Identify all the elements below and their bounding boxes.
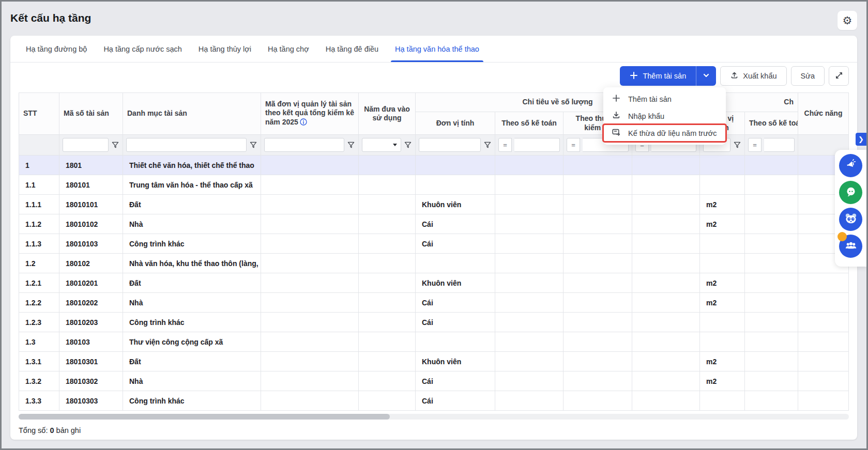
- col-header-tskt: Theo số kế toán: [495, 112, 564, 135]
- col-header-ma_dv: Mã đơn vị quản lý tài sản theo kết quả t…: [261, 93, 359, 135]
- tab-1[interactable]: Hạ tầng cấp nước sạch: [95, 36, 190, 62]
- horizontal-scrollbar: [19, 414, 849, 420]
- filter-funnel-icon[interactable]: [404, 141, 412, 149]
- chevron-down-icon: [703, 72, 710, 81]
- tab-4[interactable]: Hạ tầng đê điều: [317, 36, 387, 62]
- filter-cell-danh_muc: [123, 135, 261, 156]
- col-header-stt: STT: [19, 93, 59, 135]
- tab-5[interactable]: Hạ tầng văn hóa thể thao: [387, 36, 488, 62]
- table-row[interactable]: 11801Thiết chế văn hóa, thiết chế thể th…: [19, 156, 849, 175]
- gear-icon: ⚙: [843, 15, 852, 26]
- info-icon[interactable]: [300, 118, 307, 128]
- table-row[interactable]: 1.3.318010303Công trình khácCái: [19, 391, 849, 411]
- app-window: Kết cấu hạ tầng ⚙ Hạ tầng đường bộHạ tần…: [0, 0, 868, 450]
- menu-item-import[interactable]: Nhập khẩu: [603, 107, 726, 125]
- table-row[interactable]: 1.3.118010301ĐấtKhuôn viênm2: [19, 352, 849, 371]
- table-row[interactable]: 1.2180102Nhà văn hóa, khu thể thao thôn …: [19, 254, 849, 273]
- filter-input-tskt[interactable]: [514, 138, 560, 152]
- megaphone-button[interactable]: [839, 154, 862, 177]
- col-header-ma_so: Mã số tài sản: [59, 93, 123, 135]
- filter-funnel-icon[interactable]: [733, 141, 741, 149]
- upload-icon: [730, 71, 739, 81]
- filter-cell-dvt: [416, 135, 495, 156]
- filter-input-ma_dv[interactable]: [264, 138, 344, 152]
- filter-operator-tskt: =: [498, 138, 512, 152]
- notification-badge: [837, 232, 847, 241]
- filter-funnel-icon[interactable]: [483, 141, 492, 149]
- plus-icon: [612, 94, 621, 104]
- menu-item-add-asset[interactable]: Thêm tài sản: [603, 90, 726, 107]
- table-row[interactable]: 1.1.218010102NhàCáim2: [19, 214, 849, 234]
- caret-down-icon: [393, 144, 397, 146]
- tab-2[interactable]: Hạ tầng thủy lợi: [190, 36, 260, 62]
- chat-icon: [845, 185, 857, 199]
- toolbar: Thêm tài sản Xuất khẩu Sửa: [10, 63, 857, 92]
- expand-icon: [835, 71, 843, 81]
- filter-input-tskt2[interactable]: [764, 138, 795, 152]
- filter-funnel-icon[interactable]: [249, 141, 257, 149]
- table-row[interactable]: 1.3.218010302NhàCáim2: [19, 371, 849, 391]
- add-asset-dropdown-toggle[interactable]: [696, 66, 716, 86]
- assistant-panel: [835, 150, 866, 267]
- col-header-dvt: Đơn vị tính: [416, 112, 495, 135]
- filter-select-nam[interactable]: [362, 138, 401, 152]
- tab-3[interactable]: Hạ tầng chợ: [260, 36, 317, 62]
- page-title: Kết cấu hạ tầng: [10, 12, 91, 24]
- table-row[interactable]: 1.1.318010103Công trình khácCái: [19, 234, 849, 254]
- content-card: Hạ tầng đường bộHạ tầng cấp nước sạchHạ …: [10, 36, 857, 440]
- download-icon: [612, 111, 621, 121]
- edit-button[interactable]: Sửa: [791, 66, 825, 86]
- col-header-danh_muc: Danh mục tài sản: [123, 93, 261, 135]
- expand-button[interactable]: [829, 66, 849, 86]
- tab-bar: Hạ tầng đường bộHạ tầng cấp nước sạchHạ …: [10, 36, 857, 63]
- col-header-chucnang: Chức năng: [798, 93, 849, 135]
- add-asset-menu: Thêm tài sản Nhập khẩu Kế thừa dữ liệu n…: [603, 87, 726, 145]
- plus-icon: [630, 71, 638, 81]
- tab-0[interactable]: Hạ tầng đường bộ: [18, 36, 95, 62]
- record-count: Tổng số: 0 bản ghi: [10, 420, 857, 440]
- filter-input-dvt[interactable]: [419, 138, 481, 152]
- filter-cell-tskt2: =: [745, 135, 798, 156]
- menu-item-inherit-data[interactable]: Kế thừa dữ liệu năm trước: [603, 125, 726, 142]
- table-row[interactable]: 1.2.318010203Công trình khácCái: [19, 313, 849, 332]
- filter-input-ma_so[interactable]: [63, 138, 109, 152]
- megaphone-icon: [845, 159, 857, 172]
- table-row[interactable]: 1.2.218010202NhàCáim2: [19, 293, 849, 313]
- filter-cell-stt: [19, 135, 59, 156]
- table-row[interactable]: 1.1180101Trung tâm văn hóa - thể thao cấ…: [19, 175, 849, 195]
- top-bar: Kết cấu hạ tầng ⚙: [2, 2, 866, 35]
- inherit-data-icon: [612, 128, 621, 138]
- col-header-nam: Năm đưa vào sử dụng: [359, 93, 416, 135]
- chat-button[interactable]: [839, 181, 862, 204]
- add-asset-button[interactable]: Thêm tài sản: [620, 66, 696, 86]
- panda-icon: [844, 212, 858, 227]
- filter-cell-ma_dv: [261, 135, 359, 156]
- filter-cell-tskt: =: [495, 135, 564, 156]
- filter-cell-ma_so: [59, 135, 123, 156]
- panda-button[interactable]: [839, 208, 862, 231]
- add-asset-split-button: Thêm tài sản: [620, 66, 716, 86]
- filter-funnel-icon[interactable]: [347, 141, 355, 149]
- table-row[interactable]: 1.3180103Thư viện công cộng cấp xã: [19, 332, 849, 352]
- scrollbar-thumb[interactable]: [19, 414, 390, 420]
- table-row[interactable]: 1.1.118010101ĐấtKhuôn viênm2: [19, 195, 849, 214]
- col-header-tskt2: Theo số kế toán: [745, 112, 798, 135]
- table-row[interactable]: 1.2.118010201ĐấtKhuôn viênm2: [19, 273, 849, 293]
- filter-funnel-icon[interactable]: [111, 141, 119, 149]
- filter-operator-tskt2: =: [748, 138, 762, 152]
- panel-expand-chevron[interactable]: ❯: [856, 133, 866, 146]
- settings-button[interactable]: ⚙: [837, 11, 857, 30]
- filter-cell-nam: [359, 135, 416, 156]
- people-icon: [845, 239, 857, 253]
- filter-input-danh_muc[interactable]: [126, 138, 247, 152]
- filter-operator-ttkk: =: [567, 138, 580, 152]
- export-button[interactable]: Xuất khẩu: [720, 66, 786, 86]
